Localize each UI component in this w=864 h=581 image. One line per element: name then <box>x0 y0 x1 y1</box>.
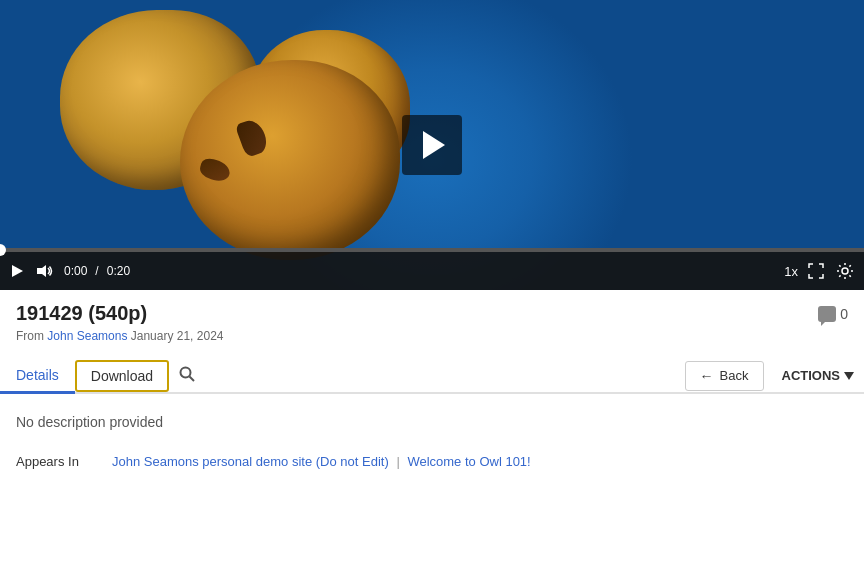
svg-marker-1 <box>37 265 46 277</box>
appears-in-values: John Seamons personal demo site (Do not … <box>112 454 531 469</box>
settings-button[interactable] <box>834 260 856 282</box>
actions-button[interactable]: ACTIONS <box>772 362 865 389</box>
meta-date: January 21, 2024 <box>131 329 224 343</box>
appears-in-link-2[interactable]: Welcome to Owl 101! <box>407 454 530 469</box>
actions-chevron-icon <box>844 372 854 380</box>
video-title: 191429 (540p) <box>16 302 147 325</box>
back-button[interactable]: ← Back <box>685 361 764 391</box>
meta-from: From <box>16 329 44 343</box>
progress-bar[interactable] <box>0 248 864 252</box>
back-label: Back <box>720 368 749 383</box>
tab-search[interactable] <box>169 360 205 391</box>
tab-details[interactable]: Details <box>0 359 75 394</box>
description-area: No description provided Appears In John … <box>0 394 864 485</box>
svg-point-3 <box>181 368 191 378</box>
appears-in-row: Appears In John Seamons personal demo si… <box>16 454 848 469</box>
comment-number: 0 <box>840 306 848 322</box>
appears-in-link-1[interactable]: John Seamons personal demo site (Do not … <box>112 454 389 469</box>
svg-line-4 <box>190 377 195 382</box>
tabs-right: ← Back ACTIONS <box>685 361 864 391</box>
video-meta: From John Seamons January 21, 2024 <box>16 329 848 343</box>
time-total: 0:20 <box>107 264 130 278</box>
fullscreen-button[interactable] <box>806 261 826 281</box>
tab-download[interactable]: Download <box>75 360 169 392</box>
title-row: 191429 (540p) 0 <box>16 302 848 325</box>
svg-point-2 <box>842 268 848 274</box>
content-area: 191429 (540p) 0 From John Seamons Januar… <box>0 290 864 343</box>
play-pause-button[interactable] <box>8 262 26 280</box>
meta-author-link[interactable]: John Seamons <box>47 329 127 343</box>
comment-count[interactable]: 0 <box>818 306 848 322</box>
description-text: No description provided <box>16 414 848 430</box>
comment-icon <box>818 306 836 322</box>
svg-marker-0 <box>12 265 23 277</box>
speed-control[interactable]: 1x <box>784 264 798 279</box>
svg-marker-5 <box>844 372 854 380</box>
time-current: 0:00 <box>64 264 87 278</box>
video-player[interactable]: 0:00 / 0:20 1x <box>0 0 864 290</box>
volume-button[interactable] <box>34 262 56 280</box>
play-triangle-icon <box>423 131 445 159</box>
appears-in-label: Appears In <box>16 454 96 469</box>
back-arrow-icon: ← <box>700 368 714 384</box>
video-controls-bar: 0:00 / 0:20 1x <box>0 252 864 290</box>
separator: | <box>396 454 399 469</box>
actions-label: ACTIONS <box>782 368 841 383</box>
play-button-overlay[interactable] <box>402 115 462 175</box>
tabs-row: Details Download ← Back ACTIONS <box>0 359 864 394</box>
time-separator: / <box>95 264 98 278</box>
